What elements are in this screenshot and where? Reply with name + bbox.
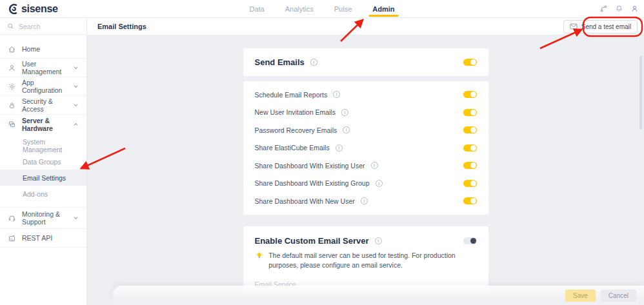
cancel-button[interactable]: Cancel bbox=[601, 290, 636, 302]
toggle-row-schedule-email-reports: Schedule Email Reports i bbox=[255, 86, 477, 104]
sidebar-item-label: Server & Hardware bbox=[22, 117, 66, 132]
sisense-logo[interactable]: sisense bbox=[0, 3, 58, 15]
chevron-down-icon bbox=[73, 84, 79, 89]
save-button[interactable]: Save bbox=[565, 290, 596, 302]
info-icon[interactable]: i bbox=[376, 180, 383, 187]
home-icon bbox=[8, 45, 16, 54]
info-icon[interactable]: i bbox=[341, 109, 348, 116]
sidebar-subitem-label: Data Groups bbox=[23, 158, 61, 166]
top-icon-group bbox=[599, 5, 639, 13]
headset-icon bbox=[8, 214, 16, 222]
sidebar-item-label: App Configuration bbox=[22, 79, 66, 94]
toggle-row-label: New User Invitation Emails bbox=[255, 108, 336, 116]
send-test-email-label: Send a test email bbox=[581, 23, 631, 30]
share-dashboard-existing-group-toggle[interactable] bbox=[463, 180, 477, 187]
settings-scroll-region: Send Emails i Schedule Email Reports i N… bbox=[87, 35, 644, 304]
sidebar-item-label: Monitoring & Support bbox=[22, 210, 66, 226]
sidebar-item-label: REST API bbox=[22, 234, 52, 242]
top-nav: Data Analytics Pulse Admin bbox=[249, 0, 394, 17]
branch-icon[interactable] bbox=[599, 5, 608, 13]
sidebar-item-user-management[interactable]: User Management bbox=[0, 59, 86, 77]
sidebar-item-security-access[interactable]: Security & Access bbox=[0, 96, 86, 115]
brand-name: sisense bbox=[21, 3, 58, 15]
info-icon[interactable]: i bbox=[375, 237, 382, 244]
toggle-knob bbox=[470, 110, 476, 115]
share-dashboard-new-user-toggle[interactable] bbox=[463, 197, 477, 204]
password-recovery-toggle[interactable] bbox=[463, 126, 477, 133]
toggle-knob bbox=[470, 127, 476, 133]
page-title: Email Settings bbox=[97, 23, 146, 30]
new-user-invitation-toggle[interactable] bbox=[463, 109, 477, 116]
toggle-row-share-dashboard-new-user: Share Dashboard With New User i bbox=[255, 192, 477, 210]
sidebar-item-app-configuration[interactable]: App Configuration bbox=[0, 77, 86, 96]
sidebar-item-rest-api[interactable]: REST API bbox=[0, 228, 86, 248]
toggle-row-label: Share ElastiCube Emails bbox=[255, 144, 330, 152]
gear-icon bbox=[8, 83, 16, 91]
chevron-down-icon bbox=[73, 65, 79, 70]
chevron-down-icon bbox=[73, 215, 79, 221]
sidebar-item-label: User Management bbox=[22, 60, 66, 75]
tab-data[interactable]: Data bbox=[249, 0, 264, 17]
custom-server-title: Enable Custom Email Server bbox=[255, 236, 369, 246]
app-window: sisense Data Analytics Pulse Admin bbox=[0, 0, 644, 305]
search-icon bbox=[7, 23, 14, 30]
info-icon[interactable]: i bbox=[310, 59, 317, 66]
lightbulb-icon bbox=[255, 251, 264, 261]
custom-server-hint: The default mail server can be used for … bbox=[268, 251, 476, 270]
sidebar-search[interactable] bbox=[0, 18, 86, 35]
info-icon[interactable]: i bbox=[336, 144, 343, 152]
custom-server-toggle[interactable] bbox=[463, 237, 477, 244]
toggle-row-label: Password Recovery Emails bbox=[255, 126, 337, 134]
toggle-knob bbox=[470, 198, 476, 204]
user-icon bbox=[8, 64, 16, 72]
page-header: Email Settings Send a test email bbox=[87, 18, 644, 35]
envelope-icon bbox=[570, 23, 578, 30]
info-icon[interactable]: i bbox=[371, 162, 378, 169]
sidebar-subitem-email-settings[interactable]: Email Settings bbox=[0, 170, 86, 186]
chevron-down-icon bbox=[73, 103, 79, 108]
email-toggles-card: Schedule Email Reports i New User Invita… bbox=[243, 81, 488, 215]
sidebar-subitem-add-ons[interactable]: Add-ons bbox=[0, 186, 86, 202]
toggle-row-label: Schedule Email Reports bbox=[255, 91, 328, 99]
sidebar: Home User Management bbox=[0, 18, 87, 305]
tab-admin[interactable]: Admin bbox=[372, 0, 394, 17]
toggle-row-label: Share Dashboard With Existing User bbox=[255, 162, 365, 170]
sidebar-subitem-label: Email Settings bbox=[23, 174, 66, 182]
toggle-row-share-elasticube: Share ElastiCube Emails i bbox=[255, 139, 477, 157]
send-emails-toggle[interactable] bbox=[463, 59, 477, 66]
top-bar: sisense Data Analytics Pulse Admin bbox=[0, 0, 644, 18]
schedule-email-reports-toggle[interactable] bbox=[463, 91, 477, 98]
sidebar-item-monitoring-support[interactable]: Monitoring & Support bbox=[0, 207, 86, 228]
user-profile-icon[interactable] bbox=[630, 5, 639, 13]
info-icon[interactable]: i bbox=[361, 197, 368, 204]
toggle-knob bbox=[470, 145, 476, 151]
tab-pulse[interactable]: Pulse bbox=[334, 0, 352, 17]
sisense-logo-icon bbox=[8, 3, 19, 15]
lock-icon bbox=[8, 101, 16, 110]
sidebar-item-server-hardware[interactable]: Server & Hardware bbox=[0, 115, 86, 133]
footer-action-bar: Save Cancel bbox=[113, 286, 644, 305]
info-icon[interactable]: i bbox=[333, 91, 340, 98]
toggle-knob bbox=[470, 181, 476, 186]
toggle-row-new-user-invitation: New User Invitation Emails i bbox=[255, 104, 477, 122]
share-dashboard-existing-user-toggle[interactable] bbox=[463, 162, 477, 169]
terminal-icon bbox=[8, 234, 16, 242]
tab-analytics[interactable]: Analytics bbox=[285, 0, 314, 17]
toggle-row-share-dashboard-existing-group: Share Dashboard With Existing Group i bbox=[255, 175, 477, 193]
send-test-email-button[interactable]: Send a test email bbox=[563, 20, 638, 34]
toggle-row-label: Share Dashboard With New User bbox=[255, 197, 355, 205]
search-input[interactable] bbox=[19, 23, 70, 30]
sidebar-subitem-system-management[interactable]: System Management bbox=[0, 137, 86, 153]
toggle-knob bbox=[470, 92, 476, 97]
vertical-scrollbar[interactable] bbox=[639, 55, 642, 130]
sidebar-item-label: Security & Access bbox=[22, 97, 66, 113]
info-icon[interactable]: i bbox=[343, 126, 350, 133]
send-emails-card: Send Emails i bbox=[243, 48, 488, 76]
sidebar-subitem-label: Add-ons bbox=[23, 190, 48, 198]
share-elasticube-toggle[interactable] bbox=[463, 144, 477, 152]
notifications-bell-icon[interactable] bbox=[615, 5, 623, 13]
sidebar-subitem-data-groups[interactable]: Data Groups bbox=[0, 153, 86, 170]
sidebar-item-home[interactable]: Home bbox=[0, 40, 86, 59]
sidebar-item-label: Home bbox=[22, 45, 40, 53]
server-icon bbox=[8, 120, 16, 128]
